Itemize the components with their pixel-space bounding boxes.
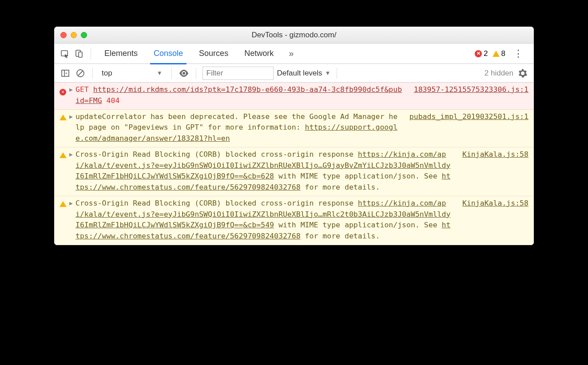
warning-icon [60,149,69,193]
message-source-link[interactable]: 183957-12515575323306.js:1 [408,84,528,107]
message-source-link[interactable]: KinjaKala.js:58 [456,198,528,242]
message-body: Cross-Origin Read Blocking (CORB) blocke… [75,149,456,193]
chevron-down-icon: ▼ [157,70,163,76]
message-body: Cross-Origin Read Blocking (CORB) blocke… [75,198,456,242]
tab-elements[interactable]: Elements [96,44,146,64]
message-text: for more details. [301,232,380,240]
live-expression-icon[interactable] [178,67,190,79]
inspect-element-icon[interactable] [59,48,71,60]
tab-label: Network [244,49,274,58]
error-count[interactable]: ✕ 2 [475,49,488,58]
error-icon: ✕ [60,84,69,107]
message-text: Cross-Origin Read Blocking (CORB) blocke… [75,150,358,159]
expand-arrow-icon[interactable]: ▶ [69,111,75,144]
error-count-value: 2 [484,49,488,58]
minimize-window-button[interactable] [71,32,77,38]
window-title: DevTools - gizmodo.com/ [54,31,534,40]
separator [92,67,93,79]
devtools-window: DevTools - gizmodo.com/ Elements Console… [54,27,534,245]
levels-label: Default levels [277,69,322,78]
close-window-button[interactable] [60,32,67,38]
panel-tabs: Elements Console Sources Network [96,44,282,64]
tab-sources[interactable]: Sources [191,44,236,64]
expand-arrow-icon[interactable]: ▶ [69,149,75,193]
tab-console[interactable]: Console [146,44,191,64]
warning-icon [60,111,69,144]
more-options-button[interactable]: ⋮ [507,48,529,60]
titlebar: DevTools - gizmodo.com/ [54,27,534,44]
device-toolbar-icon[interactable] [73,48,85,60]
expand-arrow-icon[interactable]: ▶ [69,198,75,242]
chevron-down-icon: ▼ [325,70,331,76]
separator [337,67,337,79]
console-message-error: ✕ ▶ GET https://mid.rkdms.com/ids?ptk=17… [54,83,534,110]
tab-network[interactable]: Network [236,44,282,64]
message-text: with MIME type application/json. See [274,172,442,180]
separator [91,48,91,60]
message-body: GET https://mid.rkdms.com/ids?ptk=17c178… [75,84,408,107]
message-text: for more details. [301,183,380,191]
tab-label: Sources [199,49,228,58]
issue-counts: ✕ 2 8 [475,49,505,58]
hidden-messages-count[interactable]: 2 hidden [485,69,513,78]
expand-arrow-icon[interactable]: ▶ [69,84,75,107]
toggle-console-sidebar-icon[interactable] [60,67,71,79]
zoom-window-button[interactable] [81,32,87,38]
http-method: GET [75,85,89,94]
console-message-warning: ▶ Cross-Origin Read Blocking (CORB) bloc… [54,147,534,196]
request-url[interactable]: https://mid.rkdms.com/ids?ptk=17c1789b-e… [75,85,402,105]
svg-rect-3 [62,70,69,76]
message-text: Cross-Origin Read Blocking (CORB) blocke… [75,199,358,207]
svg-rect-2 [79,52,82,57]
console-message-warning: ▶ Cross-Origin Read Blocking (CORB) bloc… [54,196,534,245]
console-toolbar: top ▼ Default levels ▼ 2 hidden [54,64,534,83]
message-source-link[interactable]: KinjaKala.js:58 [456,149,528,193]
message-text: with MIME type application/json. See [274,221,442,229]
separator [196,67,196,79]
traffic-lights [54,32,87,38]
warning-count[interactable]: 8 [493,49,505,58]
console-message-warning: ▶ updateCorrelator has been deprecated. … [54,110,534,147]
tab-label: Console [154,49,183,58]
tabbar: Elements Console Sources Network » ✕ 2 8… [54,44,534,64]
more-tabs-button[interactable]: » [283,48,299,59]
console-settings-icon[interactable] [517,67,528,79]
console-messages: ✕ ▶ GET https://mid.rkdms.com/ids?ptk=17… [54,83,534,245]
separator [171,67,172,79]
warning-icon [493,51,500,57]
log-levels-selector[interactable]: Default levels ▼ [277,69,331,78]
warning-count-value: 8 [501,49,505,58]
http-status: 404 [107,96,120,105]
context-label: top [102,69,112,78]
tab-label: Elements [104,49,138,58]
error-icon: ✕ [475,50,482,57]
warning-icon [60,198,69,242]
context-selector[interactable]: top ▼ [99,68,165,79]
clear-console-icon[interactable] [75,67,86,79]
message-source-link[interactable]: pubads_impl_2019032501.js:1 [403,111,528,144]
message-body: updateCorrelator has been deprecated. Pl… [75,111,403,144]
filter-input[interactable] [203,67,274,80]
